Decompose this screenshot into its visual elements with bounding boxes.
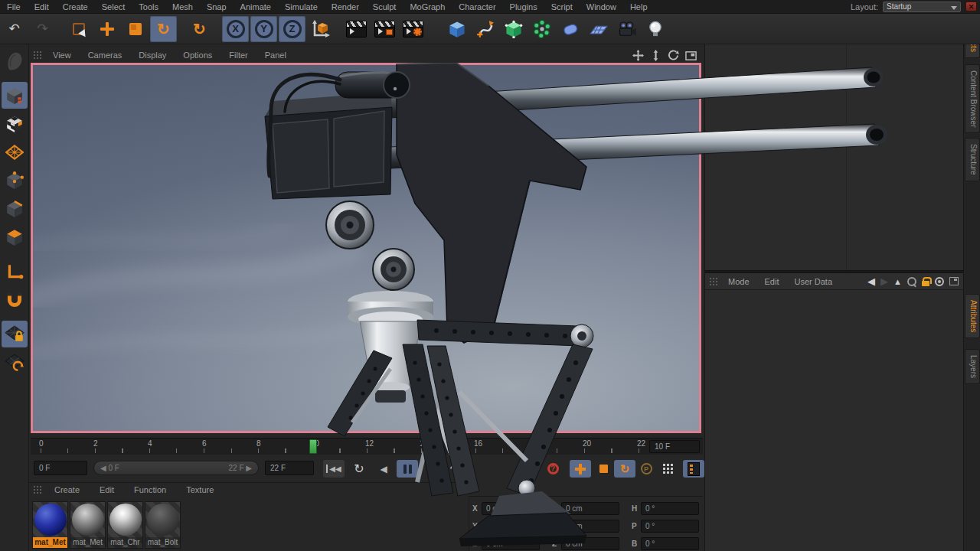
menu-help[interactable]: Help [623, 0, 655, 14]
add-deformer-button[interactable] [557, 16, 583, 42]
add-floor-button[interactable] [585, 16, 612, 42]
attr-menu-edit[interactable]: Edit [757, 277, 787, 286]
render-view-button[interactable] [343, 16, 370, 42]
pan-view-icon[interactable] [632, 50, 644, 61]
tab-attributes[interactable]: Attributes [965, 294, 980, 338]
next-frame-button[interactable]: ▶ [420, 460, 442, 478]
close-layout-button[interactable]: ✕ [965, 2, 977, 11]
menu-edit[interactable]: Edit [28, 0, 56, 14]
material-menu-texture[interactable]: Texture [176, 485, 224, 494]
search-icon[interactable] [907, 277, 916, 286]
menu-sculpt[interactable]: Sculpt [366, 0, 403, 14]
make-editable-button[interactable] [2, 47, 28, 74]
snap-button[interactable] [2, 286, 28, 313]
viewport-menu-panel[interactable]: Panel [256, 51, 295, 60]
add-cube-button[interactable] [443, 16, 470, 42]
edit-render-settings-button[interactable] [400, 16, 426, 42]
rotation-b-field[interactable]: 0 ° [641, 537, 699, 550]
zoom-view-icon[interactable] [650, 50, 662, 61]
live-selection-tool[interactable] [65, 16, 92, 42]
layout-dropdown[interactable]: Startup [883, 2, 961, 12]
material-menu-edit[interactable]: Edit [90, 485, 124, 494]
material-menu-create[interactable]: Create [44, 485, 90, 494]
rotation-h-field[interactable]: 0 ° [641, 502, 699, 515]
menu-create[interactable]: Create [56, 0, 95, 14]
material-menu-function[interactable]: Function [124, 485, 176, 494]
lock-workplane-button[interactable] [2, 321, 28, 347]
attr-menu-userdata[interactable]: User Data [787, 277, 841, 286]
rotate-view-icon[interactable] [668, 50, 679, 61]
add-light-button[interactable] [642, 16, 668, 42]
key-parameter-button[interactable]: P [635, 460, 657, 478]
timeline-playhead[interactable] [309, 439, 317, 454]
add-spline-button[interactable] [472, 16, 498, 42]
end-frame-field[interactable]: 22 F [265, 461, 314, 475]
play-forward-button[interactable]: ↷ [444, 460, 466, 478]
timeline-ruler[interactable]: 0 2 4 6 8 10 12 14 16 18 20 22 10 F [31, 438, 703, 455]
menu-window[interactable]: Window [580, 0, 623, 14]
menu-tools[interactable]: Tools [132, 0, 165, 14]
rotation-p-field[interactable]: 0 ° [641, 520, 699, 533]
loop-playback-button[interactable]: ↻ [348, 460, 370, 478]
size-y-field[interactable]: 0 cm [561, 520, 619, 533]
goto-start-button[interactable]: ◀◀ [323, 460, 345, 478]
menu-character[interactable]: Character [452, 0, 502, 14]
target-icon[interactable] [935, 277, 944, 286]
pause-button[interactable] [397, 460, 418, 478]
model-mode-button[interactable] [2, 82, 28, 109]
material-swatch[interactable]: mat_Bolt [145, 501, 181, 549]
frame-range-slider[interactable]: ◀ 0 F 22 F ▶ [93, 461, 259, 475]
move-tool[interactable] [93, 16, 120, 42]
redo-button[interactable]: ↷ [29, 16, 56, 42]
position-y-field[interactable]: 0 cm [482, 520, 540, 533]
key-pla-button[interactable] [657, 460, 678, 478]
start-frame-field[interactable]: 0 F [34, 461, 87, 475]
planar-workplane-button[interactable] [2, 349, 28, 376]
keyframe-selection-button[interactable] [683, 460, 704, 478]
panel-grip-icon[interactable] [709, 277, 718, 286]
menu-select[interactable]: Select [95, 0, 132, 14]
viewport-menu-filter[interactable]: Filter [220, 51, 256, 60]
size-z-field[interactable]: 0 cm [561, 537, 619, 550]
last-tool-rotate[interactable]: ↻ [186, 16, 213, 42]
menu-mograph[interactable]: MoGraph [403, 0, 452, 14]
autokey-help-button[interactable]: ? [542, 460, 564, 478]
workplane-mode-button[interactable] [2, 139, 28, 165]
menu-render[interactable]: Render [325, 0, 366, 14]
menu-snap[interactable]: Snap [200, 0, 234, 14]
coordinate-system-button[interactable] [307, 16, 334, 42]
menu-animate[interactable]: Animate [234, 0, 278, 14]
record-button[interactable] [518, 460, 539, 478]
viewport-menu-cameras[interactable]: Cameras [80, 51, 131, 60]
undo-button[interactable]: ↶ [1, 16, 28, 42]
lock-icon[interactable] [922, 277, 929, 286]
rotate-tool[interactable]: ↻ [150, 16, 177, 42]
attr-menu-mode[interactable]: Mode [720, 277, 757, 286]
lock-z-axis-button[interactable]: Z [279, 16, 305, 42]
parent-object-icon[interactable]: ▲ [893, 277, 902, 286]
history-back-icon[interactable]: ◀ [867, 276, 875, 287]
add-array-button[interactable] [528, 16, 555, 42]
viewport-menu-display[interactable]: Display [130, 51, 175, 60]
render-to-picture-viewer-button[interactable] [371, 16, 398, 42]
menu-mesh[interactable]: Mesh [165, 0, 200, 14]
viewport-menu-view[interactable]: View [44, 51, 80, 60]
position-x-field[interactable]: 0 cm [482, 502, 540, 515]
menu-script[interactable]: Script [544, 0, 580, 14]
edges-mode-button[interactable] [2, 195, 28, 222]
new-panel-icon[interactable] [949, 277, 959, 285]
object-axis-mode-button[interactable] [2, 258, 28, 285]
material-swatch[interactable]: mat_Chr [107, 501, 143, 549]
lock-x-axis-button[interactable]: X [222, 16, 249, 42]
material-swatch[interactable]: mat_Met [70, 501, 106, 549]
points-mode-button[interactable] [2, 167, 28, 194]
menu-plugins[interactable]: Plugins [503, 0, 544, 14]
frame-rate-field[interactable]: 10 F [649, 440, 700, 453]
viewport-menu-options[interactable]: Options [175, 51, 220, 60]
attribute-manager-body[interactable] [705, 290, 963, 543]
menu-file[interactable]: File [0, 0, 28, 14]
object-manager-list[interactable]: + turret19 [705, 31, 963, 270]
scale-tool[interactable] [122, 16, 149, 42]
size-x-field[interactable]: 0 cm [561, 502, 619, 515]
tab-content-browser[interactable]: Content Browser [965, 64, 980, 133]
